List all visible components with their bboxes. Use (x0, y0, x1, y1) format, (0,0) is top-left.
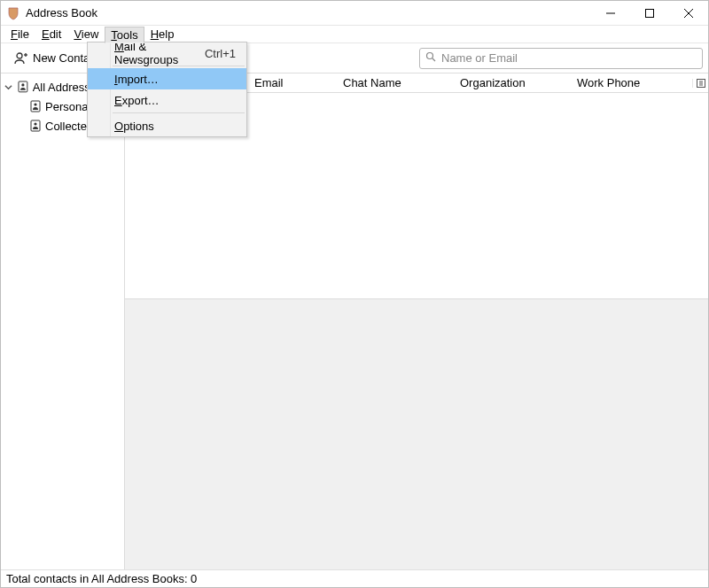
statusbar: Total contacts in All Address Books: 0 (1, 569, 708, 587)
address-book-icon (29, 120, 42, 132)
tools-menu-options[interactable]: Options (88, 115, 246, 136)
chevron-down-icon[interactable] (4, 83, 13, 91)
column-header-work-phone[interactable]: Work Phone (572, 74, 692, 92)
close-button[interactable] (669, 1, 708, 25)
address-book-icon (29, 100, 42, 112)
svg-point-14 (34, 122, 36, 125)
column-picker-button[interactable] (692, 79, 708, 88)
tools-menu-export[interactable]: Export… (88, 89, 246, 111)
menu-view[interactable]: View (67, 26, 105, 43)
contact-details (125, 298, 708, 569)
menu-file[interactable]: File (4, 26, 35, 43)
column-header-chat-name[interactable]: Chat Name (338, 74, 455, 92)
column-header-organization[interactable]: Organization (455, 74, 572, 92)
svg-rect-13 (31, 120, 40, 131)
tools-menu-import[interactable]: Import… (88, 68, 246, 89)
menu-tools[interactable]: Tools (105, 27, 144, 43)
svg-point-4 (17, 53, 22, 58)
svg-line-8 (432, 58, 435, 61)
svg-rect-11 (31, 101, 40, 112)
window-title: Address Book (26, 6, 97, 19)
svg-point-7 (427, 53, 433, 59)
svg-rect-9 (19, 81, 27, 92)
menu-separator (113, 112, 245, 113)
svg-point-10 (21, 83, 24, 86)
search-input[interactable] (441, 50, 697, 67)
minimize-button[interactable] (591, 1, 630, 25)
menu-edit[interactable]: Edit (35, 26, 67, 43)
new-contact-icon (13, 51, 27, 66)
sidebar: All Address Books Persona… Collecte… (1, 74, 125, 569)
status-text: Total contacts in All Address Books: 0 (6, 572, 197, 585)
column-header-email[interactable]: Email (249, 74, 338, 92)
titlebar: Address Book (1, 1, 708, 26)
address-book-icon (17, 81, 29, 93)
svg-point-12 (34, 103, 36, 105)
window: Address Book File Edit View Tools Help N… (0, 0, 709, 588)
search-icon (425, 51, 436, 65)
tools-menu-mail-shortcut: Ctrl+1 (205, 47, 236, 60)
search-box[interactable] (419, 48, 703, 69)
maximize-button[interactable] (630, 1, 669, 25)
content: Email Chat Name Organization Work Phone (125, 74, 708, 569)
tools-menu-dropdown: Mail & Newsgroups Ctrl+1 Import… Export…… (87, 42, 247, 137)
svg-rect-1 (646, 9, 654, 17)
main: All Address Books Persona… Collecte… Ema… (1, 74, 708, 569)
tools-menu-mail[interactable]: Mail & Newsgroups Ctrl+1 (88, 43, 246, 64)
app-icon (6, 6, 20, 20)
menubar: File Edit View Tools Help (1, 26, 708, 43)
window-controls (591, 1, 708, 25)
